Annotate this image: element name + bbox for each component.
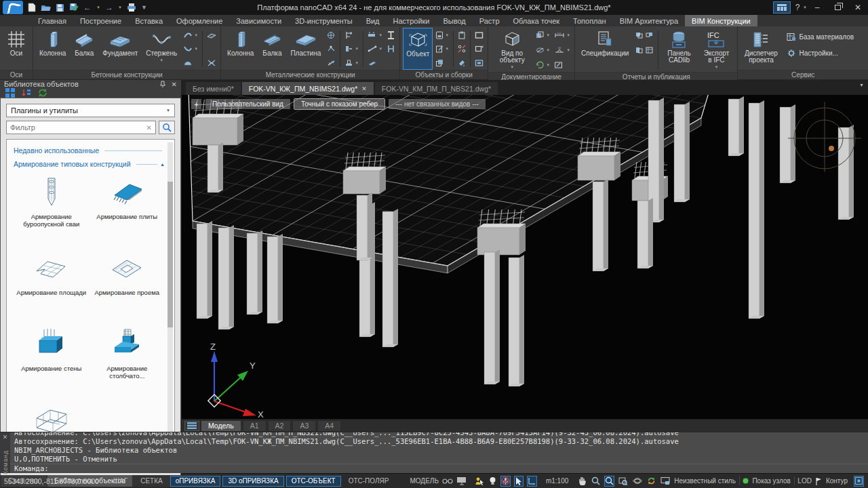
contour-flag-icon[interactable]: [815, 477, 823, 485]
ribbon-tab[interactable]: BIM Конструкции: [685, 15, 757, 26]
dim-level-caret-icon[interactable]: ▼: [566, 48, 570, 52]
dim-diameter-icon[interactable]: [536, 46, 545, 54]
weld-point-icon[interactable]: [327, 45, 336, 53]
schedule-d-icon[interactable]: [645, 46, 654, 54]
object-edit-icon[interactable]: [435, 45, 443, 53]
nanocad-logo-icon[interactable]: [3, 1, 23, 14]
undo-icon[interactable]: ←: [83, 3, 92, 12]
dim-level-icon[interactable]: 00: [554, 46, 565, 54]
ribbon-tab[interactable]: Облака точек: [507, 15, 567, 26]
lod-label[interactable]: LOD: [797, 477, 812, 485]
materials-db-button[interactable]: База материалов: [784, 30, 856, 43]
dim-chain-caret-icon[interactable]: ▼: [566, 33, 570, 37]
object-card-icon[interactable]: [435, 31, 443, 39]
library-sort-icon[interactable]: [22, 88, 31, 98]
object-button[interactable]: Объект: [403, 28, 433, 70]
purlin-icon[interactable]: [368, 59, 377, 67]
command-console[interactable]: ✕ Команд Автосохранение: C:\Users\zonova…: [0, 432, 868, 473]
ifc-export-button[interactable]: IFC Экспорт в IFC ▼: [698, 28, 734, 72]
ribbon-tab[interactable]: BIM Архитектура: [613, 15, 685, 26]
rebar-ties-icon[interactable]: [207, 59, 216, 67]
library-item-slab-reinforcement[interactable]: Армирование плиты: [90, 171, 165, 244]
document-tab[interactable]: FOK-VN_КМ_ПМ_П_NBS21.dwg*✕: [375, 82, 498, 95]
microphone-off-icon[interactable]: [500, 476, 511, 487]
linked-views-button[interactable]: --- нет связанных видов ---: [389, 99, 486, 109]
library-item-opening-reinforcement[interactable]: Армирование проема: [90, 247, 165, 320]
node-base-icon[interactable]: [344, 59, 353, 67]
viewport-save-icon[interactable]: [660, 476, 671, 487]
pan-hand-icon[interactable]: [577, 476, 587, 487]
command-prompt[interactable]: Команда:: [10, 464, 868, 473]
ribbon-tab[interactable]: Главная: [31, 15, 73, 26]
object-edit-caret-icon[interactable]: ▼: [445, 47, 449, 51]
rebar-hook-up-icon[interactable]: [183, 31, 193, 39]
dim-diameter-caret-icon[interactable]: ▼: [546, 48, 550, 52]
close-button[interactable]: ✕: [848, 0, 868, 15]
status-toggle[interactable]: ОТС-ОБЪЕКТ: [286, 476, 341, 487]
selection-cursor-icon[interactable]: [514, 476, 524, 487]
ribbon-tab[interactable]: Вставка: [128, 15, 170, 26]
views-copy-caret-icon[interactable]: ▼: [546, 33, 550, 37]
console-close-icon[interactable]: ✕: [3, 434, 8, 441]
viewport-config-icon[interactable]: [456, 476, 467, 485]
library-item-bored-pile[interactable]: Армирование буроопускной сваи: [14, 171, 90, 244]
tab-close-icon[interactable]: ✕: [361, 85, 367, 92]
library-refresh-icon[interactable]: [38, 88, 47, 98]
metal-column-button[interactable]: Колонна: [224, 28, 257, 70]
brace-icon[interactable]: [368, 45, 377, 53]
frame-select-icon[interactable]: [475, 59, 484, 67]
ribbon-tab[interactable]: Вывод: [436, 15, 472, 26]
ribbon-tab[interactable]: Топоплан: [566, 15, 613, 26]
scrollbar-thumb[interactable]: [167, 182, 173, 327]
bolt-assembly-icon[interactable]: [327, 31, 336, 39]
concrete-column-button[interactable]: Колонна: [36, 28, 69, 70]
save-all-icon[interactable]: [69, 3, 79, 12]
assembly-break-icon[interactable]: [458, 45, 466, 53]
node-column-caret-icon[interactable]: ▼: [355, 47, 359, 51]
library-item-footing-reinforcement[interactable]: Армирование столбчато...: [90, 323, 165, 396]
h-section-icon[interactable]: [387, 45, 395, 53]
filter-clear-icon[interactable]: ✕: [146, 124, 152, 131]
library-section-recent[interactable]: Недавно использованные: [14, 144, 165, 157]
glasses-icon[interactable]: [442, 478, 453, 485]
brace-caret-icon[interactable]: ▼: [378, 47, 382, 51]
mark-edit-icon[interactable]: [554, 61, 563, 69]
stiffener-caret-icon[interactable]: ▼: [378, 33, 382, 37]
sheet-list-icon[interactable]: [184, 421, 199, 431]
view-by-object-button[interactable]: Вид по объекту ▼: [491, 28, 533, 72]
zoom-extents-icon[interactable]: [618, 476, 629, 487]
annotation-scale[interactable]: m1:100: [546, 477, 568, 485]
sheet-tab[interactable]: А4: [317, 420, 341, 432]
user-presence-icon[interactable]: [474, 476, 485, 487]
pin-icon[interactable]: [159, 81, 166, 88]
visual-style-button[interactable]: Точный с показом ребер: [294, 99, 384, 109]
schedule-c-icon[interactable]: [635, 46, 644, 54]
status-toggle[interactable]: ШАГ: [108, 476, 133, 487]
rebar-hook-down-icon[interactable]: [183, 45, 193, 53]
settings-button[interactable]: Настройки...: [784, 46, 856, 60]
assembly-paste-icon[interactable]: [458, 31, 466, 39]
specifications-button[interactable]: Спецификации: [578, 28, 632, 72]
model-space-label[interactable]: МОДЕЛЬ: [410, 477, 438, 485]
isolate-objects-icon[interactable]: [854, 476, 864, 487]
rod-caret-icon[interactable]: ▼: [159, 57, 163, 64]
library-source-combobox[interactable]: Плагины и утилиты ▼: [6, 104, 175, 117]
redo-caret-icon[interactable]: ▼: [118, 5, 122, 9]
sheet-tab[interactable]: Модель: [201, 420, 241, 432]
ribbon-tab[interactable]: Построение: [73, 15, 128, 26]
library-scrollbar[interactable]: [167, 142, 173, 469]
regen-icon[interactable]: [646, 476, 656, 487]
schedule-b-icon[interactable]: [645, 31, 654, 39]
frame-add-icon[interactable]: [475, 45, 484, 53]
views-update-caret-icon[interactable]: ▼: [546, 63, 550, 67]
metal-beam-button[interactable]: Балка: [258, 28, 285, 70]
restore-button[interactable]: [827, 0, 848, 15]
object-card-caret-icon[interactable]: ▼: [445, 33, 449, 37]
ribbon-tab[interactable]: 3D-инструменты: [288, 15, 359, 26]
orbit-icon[interactable]: [632, 476, 643, 487]
sheet-tab[interactable]: А2: [268, 420, 292, 432]
ribbon-tab[interactable]: Вид: [359, 15, 387, 26]
view-by-object-caret-icon[interactable]: ▼: [510, 64, 514, 70]
view-style-button[interactable]: Пользовательский вид: [205, 99, 290, 109]
node-beam-icon[interactable]: [344, 31, 353, 39]
